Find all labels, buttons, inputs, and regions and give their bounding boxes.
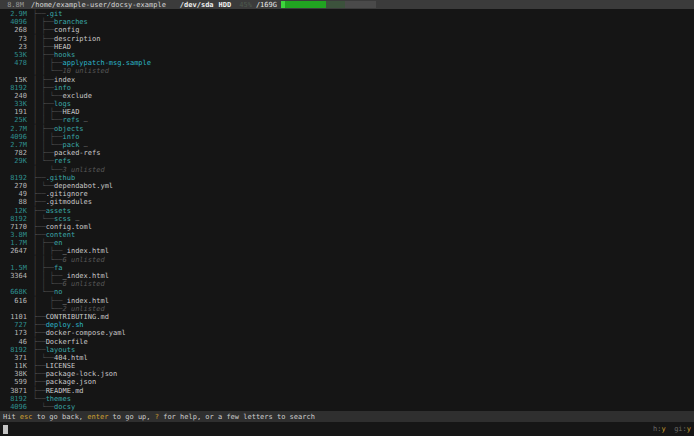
search-input-line[interactable]: h:y gi:y [0, 422, 694, 436]
tree-branch-lines: ├── [33, 231, 46, 239]
tree-row[interactable]: 46├──Dockerfile [3, 338, 694, 346]
tree-row[interactable]: 8192├──.github [3, 174, 694, 182]
entry-size: 38K [3, 370, 27, 378]
tree-branch-lines: │ ├── [33, 76, 54, 84]
tree-row[interactable]: 1101├──CONTRIBUTING.md [3, 313, 694, 321]
tree-row[interactable]: 33K│ ├──logs [3, 100, 694, 108]
tree-branch-lines: ├── [33, 190, 46, 198]
tree-branch-lines: │ ├── [33, 84, 54, 92]
tree-row-unlisted[interactable]: │ └──2 unlisted [3, 305, 694, 313]
tree-row[interactable]: 29K│ └──refs [3, 157, 694, 165]
tree-row[interactable]: 270│ └──dependabot.yml [3, 182, 694, 190]
tree-row[interactable]: 240│ │ └──exclude [3, 92, 694, 100]
tree-branch-lines: │ └── [33, 305, 63, 313]
directory-name: themes [46, 395, 71, 403]
file-name: Dockerfile [46, 338, 88, 346]
tree-row[interactable]: 668K│ └──no [3, 288, 694, 296]
tree-branch-lines: ├── [33, 378, 46, 386]
entry-size: 4096 [3, 133, 27, 141]
tree-row[interactable]: 173├──docker-compose.yaml [3, 329, 694, 337]
tree-row[interactable]: 616│ ├──_index.html [3, 297, 694, 305]
tree-row[interactable]: 268│ ├──config [3, 26, 694, 34]
tree-branch-lines: ├── [33, 329, 46, 337]
entry-size: 2647 [3, 247, 27, 255]
entry-size: 8192 [3, 395, 27, 403]
tree-row[interactable]: 88├──.gitmodules [3, 198, 694, 206]
root-total-size: 8.8M [0, 1, 24, 9]
entry-size: 49 [3, 190, 27, 198]
directory-name: scss [54, 215, 71, 223]
tree-branch-lines: │ ├── [33, 125, 54, 133]
file-name: packed-refs [54, 149, 100, 157]
tree-row-unlisted[interactable]: │ │ └──6 unlisted [3, 256, 694, 264]
tree-branch-lines: │ │ └── [33, 116, 63, 124]
entry-size: 268 [3, 26, 27, 34]
tree-row[interactable]: 8192└──themes [3, 395, 694, 403]
tree-branch-lines: │ │ └── [33, 67, 63, 75]
tree-branch-lines: │ │ └── [33, 256, 63, 264]
tree-row[interactable]: 3364│ │ ├──_index.html [3, 272, 694, 280]
tree-row[interactable]: 2.9M├──.git [3, 10, 694, 18]
tree-branch-lines: ├── [33, 338, 46, 346]
entry-size: 270 [3, 182, 27, 190]
entry-size: 727 [3, 321, 27, 329]
directory-name: objects [54, 125, 84, 133]
tree-row[interactable]: 4096│ │ ├──info [3, 133, 694, 141]
entry-size: 240 [3, 92, 27, 100]
tree-row[interactable]: 8192│ └──scss … [3, 215, 694, 223]
tree-row[interactable]: 2.7M│ │ └──pack … [3, 141, 694, 149]
tree-row[interactable]: 15K│ ├──index [3, 76, 694, 84]
tree-branch-lines: │ │ ├── [33, 272, 63, 280]
entry-size: 46 [3, 338, 27, 346]
tree-branch-lines: │ ├── [33, 149, 54, 157]
tree-row[interactable]: 23│ ├──HEAD [3, 43, 694, 51]
entry-size: 29K [3, 157, 27, 165]
directory-name: info [63, 133, 80, 141]
toggle-flags[interactable]: h:y gi:y [653, 425, 691, 433]
tree-row[interactable]: 8192│ ├──info [3, 84, 694, 92]
tree-row[interactable]: 782│ ├──packed-refs [3, 149, 694, 157]
entry-size: 173 [3, 329, 27, 337]
truncated-ellipsis: … [71, 215, 79, 223]
tree-row[interactable]: 2647│ │ ├──_index.html [3, 247, 694, 255]
tree-branch-lines: │ ├── [33, 297, 63, 305]
tree-row[interactable]: 3.8M├──content [3, 231, 694, 239]
disk-usage-bar-dim-segment [326, 1, 345, 8]
file-name: deploy.sh [46, 321, 84, 329]
entry-size: 1.7M [3, 239, 27, 247]
tree-row[interactable]: 599├──package.json [3, 378, 694, 386]
tree-row[interactable]: 25K│ │ └──refs … [3, 116, 694, 124]
tree-branch-lines: │ ├── [33, 43, 54, 51]
tree-branch-lines: │ ├── [33, 26, 54, 34]
tree-branch-lines: ├── [33, 223, 46, 231]
disk-usage-bar-fill [285, 1, 326, 8]
tree-row[interactable]: 49├──.gitignore [3, 190, 694, 198]
tree-row[interactable]: 4096│ ├──branches [3, 18, 694, 26]
file-name: config.toml [46, 223, 92, 231]
tree-branch-lines: ├── [33, 207, 46, 215]
tree-row[interactable]: 371│ └──404.html [3, 354, 694, 362]
tree-row[interactable]: 191│ │ ├──HEAD [3, 108, 694, 116]
directory-name: assets [46, 207, 71, 215]
tree-branch-lines: ├── [33, 10, 46, 18]
tree-row-unlisted[interactable]: │ │ └──10 unlisted [3, 67, 694, 75]
entry-size: 11K [3, 362, 27, 370]
current-path: /home/example-user/docsy-example [31, 1, 166, 9]
tree-branch-lines: │ └── [33, 182, 54, 190]
file-name: _index.html [63, 272, 109, 280]
tree-row-unlisted[interactable]: │ │ └──6 unlisted [3, 280, 694, 288]
tree-row[interactable]: 73│ ├──description [3, 35, 694, 43]
tree-row[interactable]: 7170├──config.toml [3, 223, 694, 231]
tree-row[interactable]: 3871├──README.md [3, 387, 694, 395]
tree-row[interactable]: 1.5M│ ├──fa [3, 264, 694, 272]
directory-name: info [54, 84, 71, 92]
tree-row[interactable]: 8192├──layouts [3, 346, 694, 354]
tree-row-unlisted[interactable]: │ └──3 unlisted [3, 166, 694, 174]
tree-row[interactable]: 12K├──assets [3, 207, 694, 215]
entry-size: 599 [3, 378, 27, 386]
tree-row[interactable]: 53K│ ├──hooks [3, 51, 694, 59]
tree-row[interactable]: 2.7M│ ├──objects [3, 125, 694, 133]
tree-row[interactable]: 4096 └──docsy [3, 403, 694, 411]
directory-name: branches [54, 18, 88, 26]
tree-row[interactable]: 38K├──package-lock.json [3, 370, 694, 378]
